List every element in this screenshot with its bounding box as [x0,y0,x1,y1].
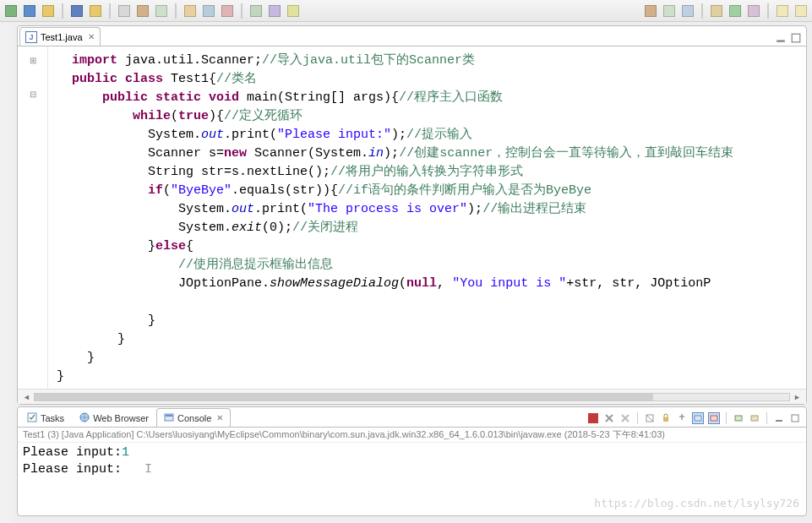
tb-open-icon[interactable] [88,3,103,19]
svg-rect-13 [776,420,782,422]
tb-generic-icon[interactable] [709,3,724,19]
separator [175,3,177,19]
svg-rect-12 [751,416,758,421]
tab-label: Console [177,413,211,423]
text-cursor-icon: I [144,462,152,477]
console-launch-info: Test1 (3) [Java Application] C:\Users\lu… [18,428,806,443]
tb-generic-icon[interactable] [680,3,695,19]
display-selected-icon[interactable] [749,412,760,424]
clear-console-icon[interactable] [644,412,656,424]
tb-generic-icon[interactable] [183,3,198,19]
separator [766,412,767,424]
console-panel: Tasks Web Browser Console ✕ [17,406,807,516]
svg-rect-0 [777,40,785,41]
svg-rect-9 [695,416,701,421]
ide-toolbar [0,0,812,22]
editor-tab-bar: J Test1.java ✕ [18,26,806,46]
maximize-icon[interactable] [789,412,801,424]
pin-icon[interactable] [676,412,688,424]
tb-generic-icon[interactable] [201,3,216,19]
tab-label: Tasks [41,413,64,423]
tb-generic-icon[interactable] [248,3,264,19]
svg-rect-14 [792,415,798,422]
left-sash[interactable] [0,22,12,523]
show-console-when-error-icon[interactable] [708,412,720,424]
remove-launch-icon[interactable] [603,412,615,424]
open-console-icon[interactable] [733,412,744,424]
editor-tab-test1[interactable]: J Test1.java ✕ [19,27,101,46]
tb-debug-icon[interactable] [22,3,37,19]
minimize-icon[interactable] [776,33,786,43]
separator [637,412,638,424]
tb-generic-icon[interactable] [728,3,743,19]
tb-save-icon[interactable] [69,3,84,19]
tb-run-icon[interactable] [3,3,19,19]
gutter[interactable]: ⊞ ⊟ [18,46,48,389]
separator [701,3,703,19]
tasks-icon [27,412,37,424]
svg-rect-5 [166,415,172,417]
svg-rect-6 [588,413,598,423]
fold-collapse-icon[interactable]: ⊟ [18,85,47,102]
tab-label: Web Browser [93,413,149,423]
code-body[interactable]: import java.util.Scanner;//导入java.util包下… [48,46,806,389]
separator [241,3,243,19]
tb-generic-icon[interactable] [154,3,169,19]
console-line: Please input:1 [23,444,801,461]
horizontal-scrollbar[interactable]: ◄ ► [18,389,806,404]
console-icon [164,412,174,424]
tb-fwd-icon[interactable] [793,3,809,19]
tb-generic-icon[interactable] [662,3,677,19]
tb-new-icon[interactable] [41,3,56,19]
terminate-icon[interactable] [587,412,599,424]
console-output[interactable]: Please input:1 Please input: I https://b… [18,443,806,515]
remove-all-icon[interactable] [619,412,631,424]
close-icon[interactable]: ✕ [88,32,95,41]
svg-rect-11 [735,416,742,421]
separator [767,3,769,19]
tb-generic-icon[interactable] [267,3,282,19]
tb-pkg-icon[interactable] [135,3,150,19]
scroll-lock-icon[interactable] [660,412,672,424]
console-line: Please input: I [23,461,801,478]
tb-generic-icon[interactable] [220,3,235,19]
svg-rect-1 [792,34,800,42]
tb-generic-icon[interactable] [286,3,301,19]
minimize-icon[interactable] [773,412,785,424]
separator [109,3,111,19]
close-icon[interactable]: ✕ [216,413,223,422]
tb-generic-icon[interactable] [746,3,761,19]
tab-web-browser[interactable]: Web Browser [72,408,156,427]
tab-tasks[interactable]: Tasks [19,408,72,427]
java-file-icon: J [25,31,37,43]
tab-console[interactable]: Console ✕ [156,408,231,427]
globe-icon [79,412,90,424]
svg-rect-8 [663,417,668,422]
fold-expand-icon[interactable]: ⊞ [18,52,47,68]
watermark: https://blog.csdn.net/lsylsy726 [594,495,799,512]
tb-generic-icon[interactable] [643,3,658,19]
show-console-when-output-icon[interactable] [692,412,704,424]
console-tab-bar: Tasks Web Browser Console ✕ [18,407,806,428]
console-toolbar [587,412,801,427]
separator [726,412,727,424]
editor-panel: J Test1.java ✕ ⊞ ⊟ import java.util.Scan… [17,25,807,405]
tb-back-icon[interactable] [775,3,790,19]
code-area: ⊞ ⊟ import java.util.Scanner;//导入java.ut… [18,46,806,389]
separator [62,3,63,19]
maximize-icon[interactable] [791,33,801,43]
svg-rect-10 [711,416,717,421]
editor-tab-label: Test1.java [41,32,83,42]
tb-search-icon[interactable] [117,3,132,19]
